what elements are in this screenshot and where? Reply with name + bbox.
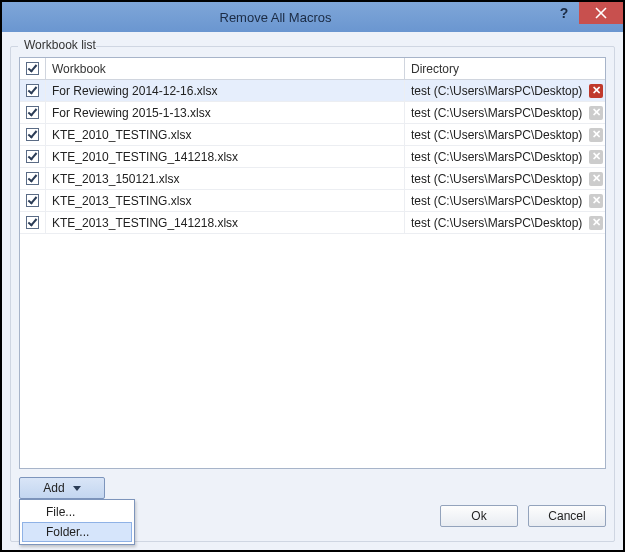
row-directory: test (C:\Users\MarsPC\Desktop)✕: [405, 212, 605, 233]
row-check-cell[interactable]: [20, 168, 46, 189]
titlebar: Remove All Macros ?: [2, 2, 623, 32]
add-button-wrap: Add File... Folder...: [19, 477, 105, 499]
row-workbook: For Reviewing 2015-1-13.xlsx: [46, 102, 405, 123]
add-button-label: Add: [43, 481, 64, 495]
close-button[interactable]: [579, 2, 623, 24]
row-checkbox[interactable]: [26, 84, 39, 97]
row-checkbox[interactable]: [26, 150, 39, 163]
dialog-footer: Add File... Folder... Ok Cancel: [19, 477, 606, 533]
cancel-button[interactable]: Cancel: [528, 505, 606, 527]
add-button[interactable]: Add: [19, 477, 105, 499]
remove-macros-dialog: Remove All Macros ? Workbook list Workbo: [0, 0, 625, 552]
header-directory[interactable]: Directory: [405, 58, 605, 79]
row-workbook: KTE_2013_TESTING.xlsx: [46, 190, 405, 211]
table-row[interactable]: KTE_2010_TESTING_141218.xlsxtest (C:\Use…: [20, 146, 605, 168]
add-dropdown: File... Folder...: [19, 499, 135, 545]
row-directory: test (C:\Users\MarsPC\Desktop)✕: [405, 146, 605, 167]
row-directory: test (C:\Users\MarsPC\Desktop)✕: [405, 124, 605, 145]
row-directory: test (C:\Users\MarsPC\Desktop)✕: [405, 190, 605, 211]
table-row[interactable]: For Reviewing 2015-1-13.xlsxtest (C:\Use…: [20, 102, 605, 124]
list-header: Workbook Directory: [20, 58, 605, 80]
row-workbook: For Reviewing 2014-12-16.xlsx: [46, 80, 405, 101]
row-checkbox[interactable]: [26, 172, 39, 185]
close-icon: [595, 7, 607, 19]
workbook-groupbox: Workbook Directory For Reviewing 2014-12…: [10, 46, 615, 542]
table-row[interactable]: KTE_2013_TESTING_141218.xlsxtest (C:\Use…: [20, 212, 605, 234]
ok-button[interactable]: Ok: [440, 505, 518, 527]
row-directory: test (C:\Users\MarsPC\Desktop)✕: [405, 102, 605, 123]
table-row[interactable]: KTE_2013_150121.xlsxtest (C:\Users\MarsP…: [20, 168, 605, 190]
row-workbook: KTE_2013_TESTING_141218.xlsx: [46, 212, 405, 233]
header-check-cell[interactable]: [20, 58, 46, 79]
groupbox-label: Workbook list: [18, 38, 96, 54]
add-menu-folder[interactable]: Folder...: [22, 522, 132, 542]
table-row[interactable]: For Reviewing 2014-12-16.xlsxtest (C:\Us…: [20, 80, 605, 102]
dialog-body: Workbook list Workbook Directory For Rev…: [2, 32, 623, 550]
row-checkbox[interactable]: [26, 106, 39, 119]
row-checkbox[interactable]: [26, 194, 39, 207]
row-check-cell[interactable]: [20, 80, 46, 101]
row-workbook: KTE_2010_TESTING_141218.xlsx: [46, 146, 405, 167]
row-workbook: KTE_2013_150121.xlsx: [46, 168, 405, 189]
row-checkbox[interactable]: [26, 216, 39, 229]
workbook-list[interactable]: Workbook Directory For Reviewing 2014-12…: [19, 57, 606, 469]
help-button[interactable]: ?: [549, 2, 579, 24]
remove-row-icon: ✕: [589, 150, 603, 164]
header-workbook[interactable]: Workbook: [46, 58, 405, 79]
row-check-cell[interactable]: [20, 102, 46, 123]
window-title: Remove All Macros: [2, 10, 549, 25]
remove-row-icon: ✕: [589, 106, 603, 120]
row-directory: test (C:\Users\MarsPC\Desktop)✕: [405, 80, 605, 101]
add-menu-file[interactable]: File...: [22, 502, 132, 522]
remove-row-icon: ✕: [589, 194, 603, 208]
list-empty-area: [20, 234, 605, 468]
row-directory: test (C:\Users\MarsPC\Desktop)✕: [405, 168, 605, 189]
row-workbook: KTE_2010_TESTING.xlsx: [46, 124, 405, 145]
row-check-cell[interactable]: [20, 190, 46, 211]
table-row[interactable]: KTE_2010_TESTING.xlsxtest (C:\Users\Mars…: [20, 124, 605, 146]
remove-row-icon: ✕: [589, 128, 603, 142]
row-checkbox[interactable]: [26, 128, 39, 141]
row-check-cell[interactable]: [20, 212, 46, 233]
footer-actions: Ok Cancel: [440, 505, 606, 527]
remove-row-icon[interactable]: ✕: [589, 84, 603, 98]
window-controls: ?: [549, 2, 623, 32]
select-all-checkbox[interactable]: [26, 62, 39, 75]
row-check-cell[interactable]: [20, 124, 46, 145]
remove-row-icon: ✕: [589, 172, 603, 186]
table-row[interactable]: KTE_2013_TESTING.xlsxtest (C:\Users\Mars…: [20, 190, 605, 212]
row-check-cell[interactable]: [20, 146, 46, 167]
list-rows-container: For Reviewing 2014-12-16.xlsxtest (C:\Us…: [20, 80, 605, 234]
chevron-down-icon: [73, 486, 81, 491]
remove-row-icon: ✕: [589, 216, 603, 230]
